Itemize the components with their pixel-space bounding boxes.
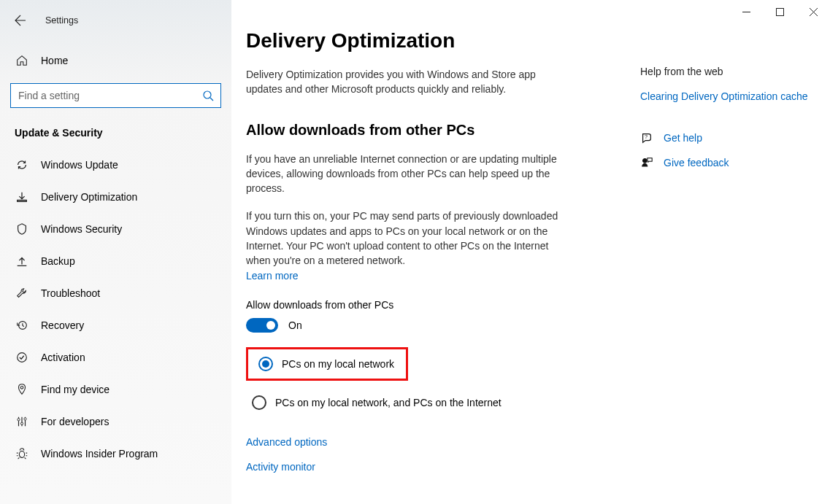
content: Delivery Optimization Delivery Optimizat… xyxy=(231,0,640,504)
search-input[interactable] xyxy=(10,83,221,108)
help-header: Help from the web xyxy=(640,66,815,77)
toggle-row: On xyxy=(246,318,620,333)
clock-icon xyxy=(15,318,29,333)
allow-downloads-toggle[interactable] xyxy=(246,318,278,333)
nav-backup[interactable]: Backup xyxy=(0,245,231,277)
search-icon xyxy=(202,90,214,101)
activity-monitor-link[interactable]: Activity monitor xyxy=(246,461,620,473)
svg-line-1 xyxy=(210,98,213,101)
help-icon: ? xyxy=(640,131,653,144)
help-article-link[interactable]: Clearing Delivery Optimization cache xyxy=(640,90,815,102)
check-circle-icon xyxy=(15,350,29,365)
section-para2: If you turn this on, your PC may send pa… xyxy=(246,209,560,268)
app-title: Settings xyxy=(45,15,78,26)
get-help-label: Get help xyxy=(664,132,702,144)
section-para1: If you have an unreliable Internet conne… xyxy=(246,152,560,196)
svg-point-7 xyxy=(24,418,26,420)
svg-rect-13 xyxy=(648,158,652,162)
main: Delivery Optimization Delivery Optimizat… xyxy=(231,0,830,504)
nav-label: Windows Update xyxy=(41,159,118,171)
minimize-button[interactable] xyxy=(729,0,763,23)
svg-point-4 xyxy=(20,387,23,389)
nav-label: Recovery xyxy=(41,319,84,331)
titlebar: Settings xyxy=(0,6,231,35)
toggle-state: On xyxy=(288,319,302,331)
nav-for-developers[interactable]: For developers xyxy=(0,406,231,438)
give-feedback-label: Give feedback xyxy=(664,157,729,168)
toggle-label: Allow downloads from other PCs xyxy=(246,299,620,311)
radio-local-and-internet[interactable]: PCs on my local network, and PCs on the … xyxy=(246,391,620,414)
svg-text:?: ? xyxy=(645,133,648,140)
svg-point-5 xyxy=(18,419,20,421)
radio-label: PCs on my local network, and PCs on the … xyxy=(275,397,502,408)
group-title: Update & Security xyxy=(0,121,231,149)
page-title: Delivery Optimization xyxy=(246,29,620,53)
nav-label: Delivery Optimization xyxy=(41,191,137,203)
nav-activation[interactable]: Activation xyxy=(0,341,231,373)
intro-text: Delivery Optimization provides you with … xyxy=(246,67,560,97)
nav-label: Backup xyxy=(41,255,75,267)
section-title: Allow downloads from other PCs xyxy=(246,122,620,139)
svg-point-8 xyxy=(19,451,24,457)
location-icon xyxy=(15,382,29,397)
close-button[interactable] xyxy=(796,0,830,23)
svg-point-0 xyxy=(204,91,211,98)
feedback-icon xyxy=(640,156,653,169)
nav-label: Troubleshoot xyxy=(41,287,100,299)
close-icon xyxy=(810,8,818,16)
sliders-icon xyxy=(15,414,29,429)
svg-point-3 xyxy=(18,353,27,363)
nav-windows-security[interactable]: Windows Security xyxy=(0,213,231,245)
shield-icon xyxy=(15,222,29,236)
nav-label: Windows Insider Program xyxy=(41,448,158,460)
nav-find-my-device[interactable]: Find my device xyxy=(0,373,231,406)
highlight-box: PCs on my local network xyxy=(246,347,408,381)
back-button[interactable] xyxy=(9,9,32,32)
bug-icon xyxy=(15,446,29,461)
maximize-button[interactable] xyxy=(763,0,796,23)
upload-icon xyxy=(15,254,29,268)
nav-windows-insider[interactable]: Windows Insider Program xyxy=(0,438,231,470)
advanced-options-link[interactable]: Advanced options xyxy=(246,436,620,448)
links-block: Advanced options Activity monitor xyxy=(246,436,620,473)
minimize-icon xyxy=(742,8,750,16)
svg-point-6 xyxy=(20,422,23,424)
home-label: Home xyxy=(41,55,68,66)
right-column: Help from the web Clearing Delivery Opti… xyxy=(640,0,830,504)
sidebar: Settings Home Update & Security Windows … xyxy=(0,0,231,504)
learn-more-link[interactable]: Learn more xyxy=(246,270,620,282)
svg-point-12 xyxy=(643,159,647,163)
search-wrap xyxy=(10,83,221,108)
window-controls xyxy=(729,0,830,23)
home-nav[interactable]: Home xyxy=(0,48,231,73)
get-help-link[interactable]: ? Get help xyxy=(640,131,815,144)
radio-button-checked-icon xyxy=(258,357,273,371)
svg-rect-10 xyxy=(776,8,783,15)
nav-label: Find my device xyxy=(41,384,109,395)
nav-label: Windows Security xyxy=(41,223,122,235)
radio-label: PCs on my local network xyxy=(282,358,394,370)
nav-recovery[interactable]: Recovery xyxy=(0,309,231,341)
arrow-left-icon xyxy=(15,15,26,26)
give-feedback-link[interactable]: Give feedback xyxy=(640,156,815,169)
radio-local-network[interactable]: PCs on my local network xyxy=(253,352,400,376)
nav-windows-update[interactable]: Windows Update xyxy=(0,149,231,181)
download-icon xyxy=(15,190,29,204)
sync-icon xyxy=(15,158,29,172)
maximize-icon xyxy=(776,8,784,16)
nav-label: Activation xyxy=(41,352,85,363)
home-icon xyxy=(15,54,29,67)
toggle-knob xyxy=(266,321,275,330)
nav-troubleshoot[interactable]: Troubleshoot xyxy=(0,277,231,309)
radio-button-icon xyxy=(252,395,266,410)
nav-label: For developers xyxy=(41,416,109,427)
wrench-icon xyxy=(15,286,29,301)
nav-delivery-optimization[interactable]: Delivery Optimization xyxy=(0,181,231,213)
